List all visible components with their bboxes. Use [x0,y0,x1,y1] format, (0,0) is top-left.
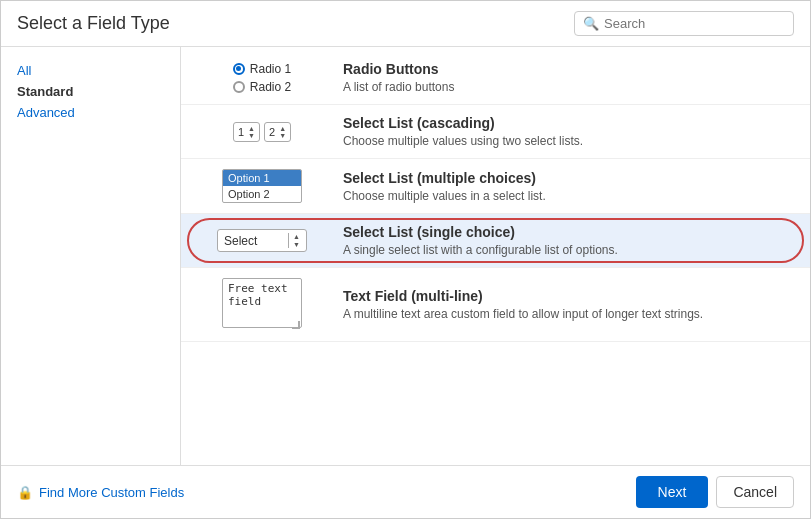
radio-field-desc: A list of radio buttons [343,80,794,94]
multi-preview: Option 1 Option 2 [197,169,327,203]
field-row-single[interactable]: Select ▲ ▼ Select List (single choice) A… [181,214,810,268]
single-field-name: Select List (single choice) [343,224,794,240]
radio-item-2: Radio 2 [233,80,291,94]
cascade-select-2: 2 ▲ ▼ [264,122,291,142]
dialog-header: Select a Field Type 🔍 [1,1,810,47]
single-info: Select List (single choice) A single sel… [343,224,794,257]
find-more-link[interactable]: 🔒 Find More Custom Fields [17,485,184,500]
cascade-arrow-1: ▲ ▼ [248,125,255,139]
resize-handle [292,321,300,329]
cascading-info: Select List (cascading) Choose multiple … [343,115,794,148]
search-box[interactable]: 🔍 [574,11,794,36]
multi-info: Select List (multiple choices) Choose mu… [343,170,794,203]
cascading-preview: 1 ▲ ▼ 2 ▲ ▼ [197,122,327,142]
cascade-select-1: 1 ▲ ▼ [233,122,260,142]
cascading-field-desc: Choose multiple values using two select … [343,134,794,148]
field-row-radio[interactable]: Radio 1 Radio 2 Radio Buttons A list of … [181,51,810,105]
single-select-box: Select ▲ ▼ [217,229,307,252]
field-row-multi[interactable]: Option 1 Option 2 Select List (multiple … [181,159,810,214]
sidebar-item-standard: Standard [17,84,164,99]
sidebar-item-advanced[interactable]: Advanced [17,105,164,120]
textarea-preview [222,278,302,328]
content-area: Radio 1 Radio 2 Radio Buttons A list of … [181,47,810,465]
cancel-button[interactable]: Cancel [716,476,794,508]
dialog-footer: 🔒 Find More Custom Fields Next Cancel [1,465,810,518]
dialog-body: All Standard Advanced Radio 1 [1,47,810,465]
find-more-label: Find More Custom Fields [39,485,184,500]
multi-option-2: Option 2 [223,186,301,202]
single-field-desc: A single select list with a configurable… [343,243,794,257]
cascading-field-name: Select List (cascading) [343,115,794,131]
cascade-arrow-2: ▲ ▼ [279,125,286,139]
textarea-preview-wrap [197,278,327,331]
sidebar: All Standard Advanced [1,47,181,465]
single-select-arrow: ▲ ▼ [288,233,300,248]
multi-select-box: Option 1 Option 2 [222,169,302,203]
next-button[interactable]: Next [636,476,709,508]
footer-buttons: Next Cancel [636,476,794,508]
radio-info: Radio Buttons A list of radio buttons [343,61,794,94]
search-icon: 🔍 [583,16,599,31]
single-preview: Select ▲ ▼ [197,229,327,252]
multi-field-name: Select List (multiple choices) [343,170,794,186]
lock-icon: 🔒 [17,485,33,500]
radio-field-name: Radio Buttons [343,61,794,77]
textarea-field-name: Text Field (multi-line) [343,288,794,304]
field-row-textarea[interactable]: Text Field (multi-line) A multiline text… [181,268,810,342]
radio-item-1: Radio 1 [233,62,291,76]
multi-field-desc: Choose multiple values in a select list. [343,189,794,203]
dialog: Select a Field Type 🔍 All Standard Advan… [0,0,811,519]
radio-preview: Radio 1 Radio 2 [197,62,327,94]
dialog-title: Select a Field Type [17,13,170,34]
advanced-link[interactable]: Advanced [17,105,75,120]
field-row-cascading[interactable]: 1 ▲ ▼ 2 ▲ ▼ [181,105,810,159]
sidebar-item-all[interactable]: All [17,63,164,78]
textarea-info: Text Field (multi-line) A multiline text… [343,288,794,321]
all-link[interactable]: All [17,63,31,78]
radio-circle-2 [233,81,245,93]
search-input[interactable] [604,16,785,31]
multi-option-1: Option 1 [223,170,301,186]
textarea-field-desc: A multiline text area custom field to al… [343,307,794,321]
radio-circle-1 [233,63,245,75]
